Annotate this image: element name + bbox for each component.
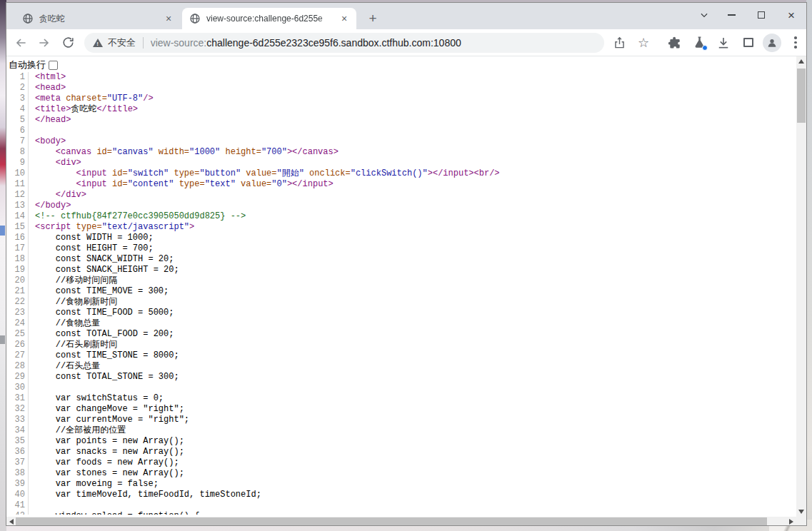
source-line: 32 var changeMove = "right";: [6, 404, 796, 415]
person-icon: [766, 37, 778, 49]
source-line: 19 const SNACK_HEIGHT = 20;: [6, 265, 796, 275]
chevron-down-icon: [699, 10, 709, 20]
scroll-up-icon[interactable]: [798, 59, 804, 64]
lab-extension-button[interactable]: [688, 32, 710, 54]
line-number: 28: [6, 361, 29, 372]
code-text: <input id="switch" type="button" value="…: [29, 168, 500, 179]
source-line: 42 window.onload = function() {: [6, 511, 796, 515]
minimize-button[interactable]: [716, 3, 746, 27]
line-number: 14: [6, 211, 29, 222]
browser-window: 贪吃蛇 × view-source:challenge-6d255e × + ×: [6, 2, 807, 526]
line-number: 22: [6, 297, 29, 308]
horizontal-scrollbar-thumb[interactable]: [16, 517, 767, 525]
extensions-button[interactable]: [664, 32, 686, 54]
line-number: 9: [6, 158, 29, 168]
scroll-down-icon[interactable]: [798, 510, 804, 514]
tab-search-button[interactable]: [692, 3, 716, 27]
line-number: 39: [6, 479, 29, 490]
share-button[interactable]: [608, 32, 630, 54]
close-button[interactable]: ×: [776, 3, 806, 27]
source-lines: 1<html>2<head>3<meta charset="UTF-8"/>4<…: [6, 72, 796, 515]
line-number: 23: [6, 308, 29, 318]
code-text: const WIDTH = 1000;: [29, 233, 154, 243]
source-line: 18 const SNACK_WIDTH = 20;: [6, 254, 796, 265]
code-text: <canvas id="canvas" width="1000" height=…: [29, 147, 339, 158]
line-number: 19: [6, 265, 29, 275]
security-label[interactable]: 不安全: [108, 36, 136, 49]
desktop-wallpaper-bottom: [0, 525, 812, 531]
code-text: <input id="content" type="text" value="0…: [29, 179, 334, 190]
line-number: 35: [6, 436, 29, 447]
tab-close-icon[interactable]: ×: [338, 12, 351, 25]
scroll-left-icon[interactable]: [9, 519, 14, 525]
code-text: var currentMove = "right";: [29, 415, 189, 425]
maximize-button[interactable]: [746, 3, 776, 27]
code-text: const TIME_MOVE = 300;: [29, 286, 169, 297]
line-number: 4: [6, 104, 29, 115]
code-text: var snacks = new Array();: [29, 447, 184, 457]
code-text: const TIME_FOOD = 5000;: [29, 308, 174, 318]
reload-button[interactable]: [59, 33, 79, 53]
desktop-icon-sliver: [0, 226, 5, 236]
line-number: 25: [6, 329, 29, 340]
code-text: var timeMoveId, timeFoodId, timeStoneId;: [29, 490, 261, 500]
line-number: 30: [6, 383, 29, 393]
source-line: 28 //石头总量: [6, 361, 796, 372]
download-icon: [716, 36, 731, 50]
line-number: 29: [6, 372, 29, 383]
maximize-icon: [758, 11, 765, 19]
line-wrap-checkbox[interactable]: [49, 61, 58, 70]
kebab-menu-icon: [794, 36, 796, 48]
vertical-scrollbar-thumb[interactable]: [797, 69, 806, 123]
code-text: const HEIGHT = 700;: [29, 243, 154, 254]
tab-close-icon[interactable]: ×: [162, 12, 175, 25]
source-line: 24 //食物总量: [6, 318, 796, 329]
url-text[interactable]: view-source:challenge-6d255e2323ce95f6.s…: [151, 37, 461, 49]
address-bar[interactable]: ! 不安全 view-source:challenge-6d255e2323ce…: [84, 33, 604, 53]
source-line: 4<title>贪吃蛇</title>: [6, 104, 796, 115]
side-panel-button[interactable]: [738, 32, 759, 54]
tab-snake-game[interactable]: 贪吃蛇 ×: [15, 8, 181, 29]
source-line: 38 var stones = new Array();: [6, 468, 796, 479]
avatar: [763, 34, 781, 52]
source-line: 26 //石头刷新时间: [6, 340, 796, 350]
back-button[interactable]: [11, 33, 31, 53]
horizontal-scrollbar[interactable]: [6, 517, 796, 525]
source-line: 23 const TIME_FOOD = 5000;: [6, 308, 796, 318]
line-number: 5: [6, 115, 29, 126]
tab-strip: 贪吃蛇 × view-source:challenge-6d255e × + ×: [6, 3, 806, 29]
line-number: 36: [6, 447, 29, 457]
menu-button[interactable]: [785, 32, 806, 54]
line-number: 42: [6, 511, 29, 515]
source-line: 6: [6, 126, 796, 136]
globe-favicon-icon: [22, 13, 34, 24]
source-line: 11 <input id="content" type="text" value…: [6, 179, 796, 190]
line-wrap-label: 自动换行: [9, 59, 46, 71]
line-number: 2: [6, 83, 29, 93]
forward-arrow-icon: [37, 36, 51, 50]
line-number: 18: [6, 254, 29, 265]
profile-button[interactable]: [761, 32, 783, 54]
bookmark-button[interactable]: ☆: [633, 32, 654, 54]
line-number: 37: [6, 457, 29, 468]
vertical-scrollbar[interactable]: [796, 56, 806, 517]
line-number: 12: [6, 190, 29, 201]
source-line: 8 <canvas id="canvas" width="1000" heigh…: [6, 147, 796, 158]
code-text: //移动时间间隔: [29, 275, 117, 286]
code-text: //食物总量: [29, 318, 100, 329]
line-number: 40: [6, 490, 29, 500]
omnibox-divider: [143, 37, 144, 49]
window-controls: ×: [692, 3, 806, 27]
code-text: <body>: [29, 136, 66, 147]
forward-button[interactable]: [35, 33, 55, 53]
code-text: const TOTAL_FOOD = 200;: [29, 329, 174, 340]
not-secure-warning-icon: !: [93, 39, 103, 47]
downloads-button[interactable]: [713, 32, 734, 54]
scroll-right-icon[interactable]: [789, 519, 793, 525]
line-number: 21: [6, 286, 29, 297]
globe-favicon-icon: [189, 13, 201, 24]
line-number: 20: [6, 275, 29, 286]
new-tab-button[interactable]: +: [364, 9, 382, 28]
puzzle-icon: [668, 36, 682, 50]
tab-view-source[interactable]: view-source:challenge-6d255e ×: [182, 8, 356, 29]
